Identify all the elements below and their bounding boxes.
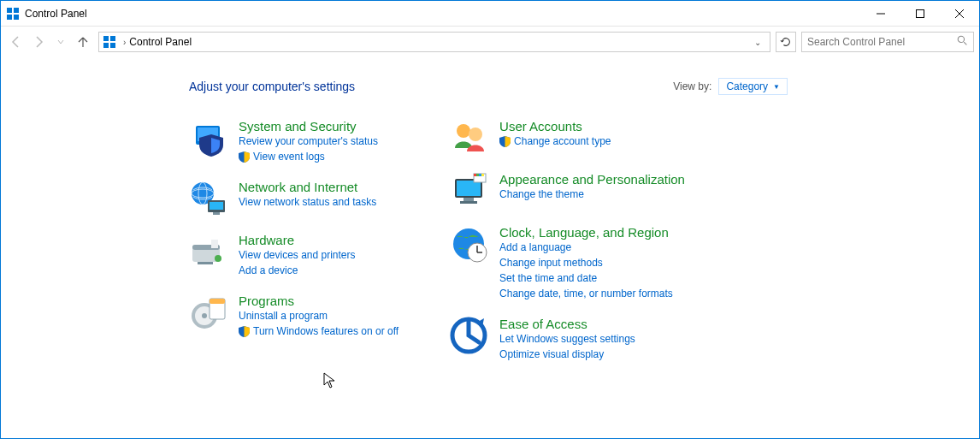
category: ProgramsUninstall a programTurn Windows … bbox=[189, 294, 398, 339]
category-link-text: Set the time and date bbox=[499, 270, 597, 286]
category-link-text: Turn Windows features on or off bbox=[253, 323, 398, 339]
category-link-text: Change account type bbox=[514, 133, 611, 149]
viewby-value: Category bbox=[726, 80, 768, 92]
category-link[interactable]: View event logs bbox=[239, 149, 378, 164]
category-link[interactable]: Change the theme bbox=[499, 187, 685, 202]
svg-rect-11 bbox=[110, 43, 115, 48]
category-link[interactable]: Set the time and date bbox=[499, 270, 673, 286]
viewby-label: View by: bbox=[673, 80, 711, 92]
category-title[interactable]: User Accounts bbox=[499, 119, 611, 133]
category-link[interactable]: View network status and tasks bbox=[239, 194, 376, 210]
uac-shield-icon bbox=[239, 326, 250, 337]
chevron-down-icon: ▼ bbox=[773, 83, 780, 91]
appearance-icon[interactable] bbox=[450, 172, 487, 210]
category: Ease of AccessLet Windows suggest settin… bbox=[450, 317, 685, 362]
svg-rect-0 bbox=[7, 8, 12, 13]
svg-point-12 bbox=[958, 36, 964, 42]
hardware-icon[interactable] bbox=[189, 233, 227, 270]
category-link[interactable]: Add a device bbox=[239, 263, 356, 278]
svg-rect-9 bbox=[110, 36, 115, 41]
viewby-dropdown[interactable]: Category ▼ bbox=[718, 78, 788, 95]
category-title[interactable]: Ease of Access bbox=[499, 317, 635, 331]
programs-icon[interactable] bbox=[189, 294, 227, 331]
svg-rect-1 bbox=[14, 8, 19, 13]
category: System and SecurityReview your computer'… bbox=[189, 119, 398, 164]
maximize-button[interactable] bbox=[900, 1, 940, 27]
mouse-cursor-icon bbox=[323, 372, 337, 389]
uac-shield-icon bbox=[239, 151, 250, 163]
category-title[interactable]: Hardware bbox=[239, 233, 356, 247]
navigation-bar: › Control Panel ⌄ bbox=[1, 27, 979, 57]
category-link-text: Change input methods bbox=[499, 255, 603, 270]
window-controls bbox=[861, 1, 979, 27]
control-panel-icon bbox=[6, 7, 20, 21]
page-heading: Adjust your computer's settings bbox=[189, 80, 355, 93]
svg-rect-8 bbox=[103, 36, 109, 41]
category: Network and InternetView network status … bbox=[189, 180, 398, 217]
category-link-text: Change date, time, or number formats bbox=[499, 286, 673, 301]
nav-back-button[interactable] bbox=[6, 32, 27, 52]
svg-rect-10 bbox=[103, 43, 109, 48]
category-title[interactable]: Programs bbox=[239, 294, 398, 308]
category-link[interactable]: Review your computer's status bbox=[239, 133, 378, 149]
search-box[interactable] bbox=[801, 32, 974, 52]
search-input[interactable] bbox=[807, 36, 957, 48]
category-link-text: View event logs bbox=[253, 149, 325, 164]
category-link[interactable]: Change input methods bbox=[499, 255, 673, 270]
category-link-text: Let Windows suggest settings bbox=[499, 331, 635, 347]
close-button[interactable] bbox=[940, 1, 979, 27]
ease-access-icon[interactable] bbox=[450, 317, 487, 354]
category-link-text: View devices and printers bbox=[239, 247, 356, 263]
control-panel-icon bbox=[103, 35, 116, 49]
nav-forward-button[interactable] bbox=[28, 32, 49, 52]
clock-region-icon[interactable] bbox=[450, 225, 487, 263]
category-title[interactable]: System and Security bbox=[239, 119, 378, 133]
chevron-right-icon[interactable]: › bbox=[123, 38, 126, 47]
window-title: Control Panel bbox=[25, 8, 861, 20]
category: HardwareView devices and printersAdd a d… bbox=[189, 233, 398, 278]
category-link[interactable]: Add a language bbox=[499, 240, 673, 255]
nav-recent-dropdown[interactable] bbox=[50, 32, 71, 52]
address-dropdown-icon[interactable]: ⌄ bbox=[749, 38, 766, 47]
user-accounts-icon[interactable] bbox=[450, 119, 487, 157]
category: Appearance and PersonalizationChange the… bbox=[450, 172, 685, 210]
svg-line-13 bbox=[964, 42, 966, 44]
category-link-text: View network status and tasks bbox=[239, 194, 376, 210]
svg-rect-2 bbox=[7, 15, 12, 20]
category-link-text: Add a language bbox=[499, 240, 571, 255]
category: User AccountsChange account type bbox=[450, 119, 685, 157]
network-internet-icon[interactable] bbox=[189, 180, 227, 217]
window-titlebar: Control Panel bbox=[1, 1, 979, 27]
category-link-text: Uninstall a program bbox=[239, 308, 328, 323]
category-link[interactable]: View devices and printers bbox=[239, 247, 356, 263]
category-link-text: Optimize visual display bbox=[499, 347, 604, 362]
breadcrumb-item[interactable]: Control Panel bbox=[129, 36, 192, 48]
category-title[interactable]: Clock, Language, and Region bbox=[499, 225, 673, 240]
system-security-icon[interactable] bbox=[189, 119, 227, 157]
category-link[interactable]: Change date, time, or number formats bbox=[499, 286, 673, 301]
category-link-text: Add a device bbox=[239, 263, 298, 278]
uac-shield-icon bbox=[499, 136, 511, 147]
address-bar[interactable]: › Control Panel ⌄ bbox=[98, 32, 770, 52]
category-title[interactable]: Network and Internet bbox=[239, 180, 376, 194]
category-link[interactable]: Change account type bbox=[499, 133, 611, 149]
refresh-button[interactable] bbox=[776, 32, 796, 52]
category-link[interactable]: Let Windows suggest settings bbox=[499, 331, 635, 347]
svg-rect-5 bbox=[917, 9, 924, 17]
category-link-text: Change the theme bbox=[499, 187, 584, 202]
category-link[interactable]: Uninstall a program bbox=[239, 308, 398, 323]
minimize-button[interactable] bbox=[861, 1, 900, 27]
nav-up-button[interactable] bbox=[73, 32, 93, 52]
category-link[interactable]: Turn Windows features on or off bbox=[239, 323, 398, 339]
search-icon bbox=[957, 35, 968, 49]
category-link[interactable]: Optimize visual display bbox=[499, 347, 635, 362]
category-title[interactable]: Appearance and Personalization bbox=[499, 172, 685, 187]
svg-rect-3 bbox=[14, 15, 19, 20]
category: Clock, Language, and RegionAdd a languag… bbox=[450, 225, 685, 301]
category-link-text: Review your computer's status bbox=[239, 133, 378, 149]
